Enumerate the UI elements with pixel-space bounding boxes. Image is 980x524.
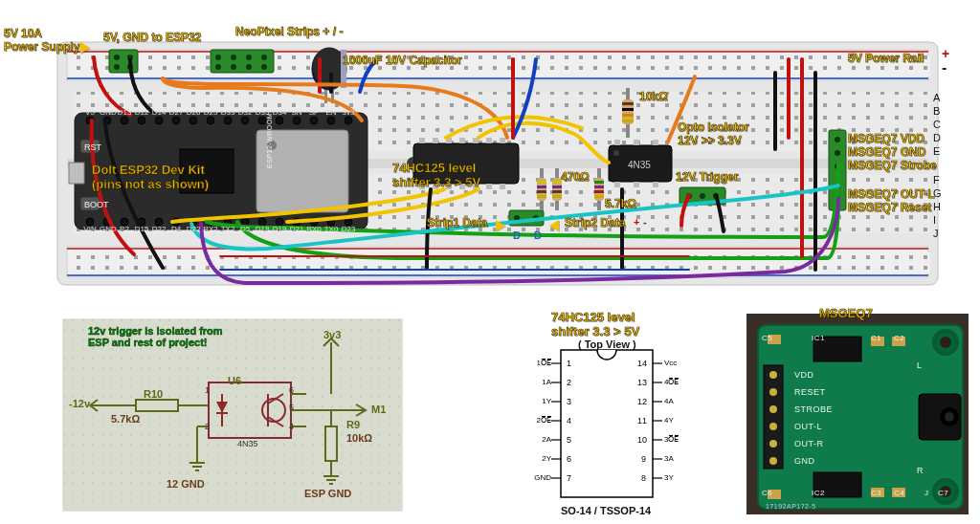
- svg-text:10: 10: [637, 435, 647, 445]
- svg-point-220: [769, 388, 777, 396]
- svg-point-92: [215, 55, 221, 60]
- svg-point-73: [613, 150, 619, 156]
- svg-text:3: 3: [567, 397, 571, 406]
- label-strip2: Strip2 Data: [565, 216, 625, 229]
- svg-rect-72: [609, 145, 672, 182]
- svg-rect-59: [433, 138, 438, 143]
- svg-text:9: 9: [641, 454, 646, 464]
- svg-rect-137: [594, 186, 604, 188]
- svg-rect-134: [597, 168, 601, 178]
- svg-marker-148: [216, 402, 228, 413]
- svg-point-81: [312, 48, 346, 90]
- svg-point-96: [215, 64, 221, 70]
- msgeq7-pin-gnd: GND: [794, 457, 815, 466]
- schematic-r9-val: 10kΩ: [346, 432, 372, 444]
- svg-rect-76: [653, 140, 658, 145]
- svg-text:5: 5: [567, 435, 571, 445]
- label-12v-trigger: 12V Trigger: [676, 170, 738, 184]
- esp32-bottom-pin: D5: [237, 226, 253, 233]
- svg-point-111: [835, 183, 840, 188]
- svg-point-222: [769, 423, 777, 430]
- msgeq7-silk-c6: C6: [762, 490, 772, 497]
- esp32-bottom-pin: VIN: [82, 226, 98, 233]
- svg-point-29: [155, 117, 163, 124]
- msgeq7-silk-l: L: [917, 361, 923, 370]
- svg-rect-78: [634, 182, 639, 187]
- schematic-3v3: 3v3: [323, 329, 341, 340]
- msgeq7-silk-c5: C5: [762, 335, 772, 342]
- svg-rect-70: [486, 184, 492, 189]
- label-esp32: DoIt ESP32 Dev Kit (pins not as shown): [92, 163, 209, 191]
- ic-pin2: 1A: [528, 379, 551, 386]
- svg-point-99: [261, 64, 267, 70]
- breadboard-illustration: 4N35: [0, 0, 980, 524]
- svg-rect-8: [73, 92, 930, 151]
- svg-point-110: [835, 164, 840, 169]
- ic-pinout-diagram: 123 4567 141312 111098: [0, 0, 980, 524]
- msgeq7-silk-c7: C7: [938, 490, 948, 497]
- schematic-pin6: 6: [289, 386, 294, 395]
- svg-rect-131: [552, 190, 562, 193]
- svg-point-25: [86, 117, 94, 124]
- schematic-note: 12v trigger is isolated from ESP and res…: [88, 325, 223, 348]
- esp32-bottom-pin: D15: [134, 226, 149, 233]
- schematic-r9: R9: [346, 419, 360, 430]
- arrow-psu-icon: [80, 38, 90, 55]
- ic-pin4: 2O̅E̅: [528, 417, 551, 425]
- svg-point-82: [313, 48, 345, 86]
- msgeq7-pin-outr: OUT-R: [794, 440, 824, 448]
- label-d1: D: [513, 229, 521, 241]
- svg-rect-124: [537, 190, 546, 193]
- arrow-strip2-icon: [549, 216, 559, 233]
- svg-point-112: [835, 196, 840, 202]
- msgeq7-rev: 17192AP172-5: [766, 503, 816, 510]
- ic-pin11: 4Y: [664, 417, 674, 425]
- label-opto: Opto Isolator 12V >> 3.3V: [678, 120, 749, 147]
- svg-rect-4: [67, 247, 928, 277]
- svg-rect-114: [622, 99, 634, 124]
- svg-rect-77: [614, 182, 620, 187]
- ic-pin1: 1O̅E̅: [528, 360, 551, 367]
- svg-rect-115: [622, 102, 634, 105]
- svg-point-105: [700, 193, 705, 199]
- svg-point-95: [261, 55, 267, 60]
- svg-point-27: [121, 117, 128, 124]
- svg-rect-123: [537, 186, 546, 188]
- label-msgeq7-vdd: MSGEQ7 VDD: [848, 132, 924, 145]
- svg-rect-79: [653, 182, 658, 187]
- svg-point-106: [713, 193, 719, 199]
- label-d2: D: [534, 229, 542, 241]
- svg-rect-120: [540, 168, 544, 178]
- msgeq7-pin-reset: RESET: [794, 388, 826, 397]
- msgeq7-silk-ic2: IC2: [812, 490, 825, 497]
- schematic-12v: -12v: [69, 398, 90, 409]
- esp32-top-pin: D13: [117, 109, 132, 117]
- ic-pin9: 3A: [664, 455, 674, 463]
- svg-point-31: [189, 117, 197, 124]
- svg-point-90: [114, 64, 120, 70]
- svg-rect-63: [486, 138, 492, 143]
- schematic-pin2: 2: [205, 423, 210, 431]
- svg-rect-127: [555, 168, 559, 178]
- esp32-top-pin: D27: [168, 109, 184, 117]
- svg-point-38: [310, 117, 318, 124]
- svg-point-101: [514, 215, 520, 221]
- label-470: 470Ω: [561, 170, 590, 184]
- label-capacitor: 1000uF 10V Capacitor: [343, 54, 462, 67]
- svg-text:2: 2: [567, 378, 571, 387]
- ic-pin7: GND: [528, 474, 551, 482]
- svg-rect-207: [919, 394, 961, 440]
- label-10k: 10kΩ: [639, 90, 668, 103]
- esp32-wroom-label: ESP32-WROOM-32: [266, 101, 273, 168]
- msgeq7-pin-strobe: STROBE: [794, 405, 833, 414]
- svg-rect-138: [594, 190, 604, 193]
- esp32-top-pin: D33: [220, 109, 235, 117]
- esp32-bottom-pin: TX0: [323, 226, 339, 233]
- ic-pin8: 3Y: [664, 474, 674, 482]
- svg-rect-116: [622, 108, 634, 111]
- svg-point-108: [835, 137, 840, 142]
- svg-text:11: 11: [637, 416, 647, 426]
- svg-rect-201: [746, 314, 969, 514]
- svg-point-223: [769, 440, 777, 448]
- esp32-top-pin: D14: [151, 109, 167, 117]
